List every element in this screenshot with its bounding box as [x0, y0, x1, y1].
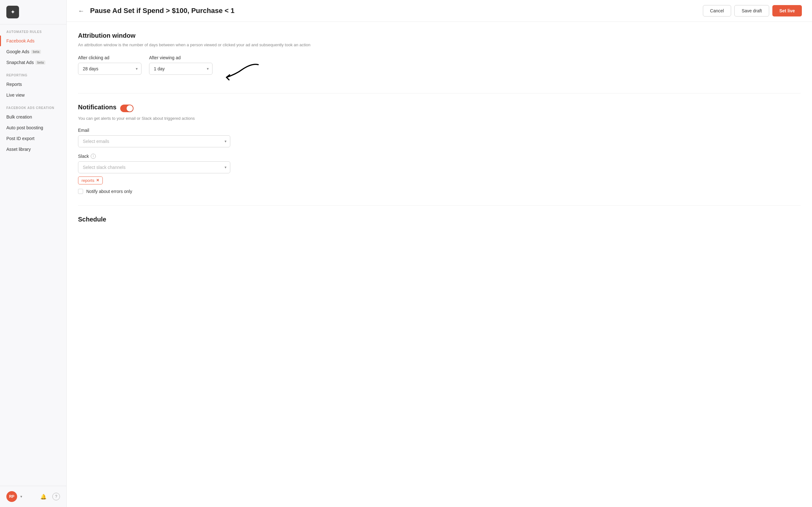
notify-errors-checkbox[interactable]: [78, 189, 83, 194]
sidebar-item-label: Auto post boosting: [6, 125, 43, 130]
schedule-section: Schedule: [78, 216, 801, 223]
sidebar-item-bulk-creation[interactable]: Bulk creation: [0, 112, 66, 122]
sidebar-item-facebook-ads[interactable]: Facebook Ads: [0, 36, 66, 46]
sidebar-item-label: Bulk creation: [6, 114, 32, 119]
bell-icon[interactable]: 🔔: [39, 493, 48, 501]
notifications-desc: You can get alerts to your email or Slac…: [78, 116, 801, 121]
sidebar-item-post-id-export[interactable]: Post ID export: [0, 133, 66, 144]
set-live-button[interactable]: Set live: [772, 5, 802, 16]
slack-tag-remove-icon[interactable]: ✕: [96, 178, 99, 182]
sidebar-item-label: Asset library: [6, 147, 31, 152]
sidebar-logo: ✦: [0, 0, 66, 24]
schedule-title: Schedule: [78, 216, 801, 223]
after-viewing-wrapper: 1 day 7 days 28 days ▾: [149, 63, 212, 75]
notify-errors-row: Notify about errors only: [78, 189, 801, 194]
sidebar-item-label: Live view: [6, 93, 25, 98]
sidebar-section-fb-creation: Facebook Ads Creation: [0, 101, 66, 112]
after-clicking-select[interactable]: 1 day 7 days 28 days: [78, 63, 142, 75]
sidebar-item-label: Post ID export: [6, 136, 35, 141]
arrow-annotation: [223, 61, 261, 82]
main-content: ← Pause Ad Set if Spend > $100, Purchase…: [67, 0, 812, 507]
slack-info-icon[interactable]: i: [91, 154, 96, 159]
divider-2: [78, 205, 801, 206]
avatar[interactable]: RP: [6, 491, 17, 502]
email-label: Email: [78, 128, 801, 133]
sidebar-item-label: Google Ads: [6, 49, 29, 54]
notify-errors-label[interactable]: Notify about errors only: [86, 189, 132, 194]
logo-icon: ✦: [6, 6, 19, 18]
slack-tag-list: reports ✕: [78, 176, 801, 184]
email-select-wrapper: Select emails ▾: [78, 135, 230, 147]
sidebar-item-auto-post-boosting[interactable]: Auto post boosting: [0, 122, 66, 133]
slack-channel-select[interactable]: Select slack channels: [78, 161, 230, 173]
after-viewing-field: After viewing ad 1 day 7 days 28 days ▾: [149, 55, 212, 75]
after-clicking-wrapper: 1 day 7 days 28 days ▾: [78, 63, 142, 75]
sidebar: ✦ Automated Rules Facebook Ads Google Ad…: [0, 0, 67, 507]
slack-field-group: Slack i Select slack channels ▾ reports …: [78, 154, 801, 194]
slack-tag-reports: reports ✕: [78, 176, 103, 184]
save-draft-button[interactable]: Save draft: [734, 5, 769, 16]
notifications-section: Notifications You can get alerts to your…: [78, 104, 801, 194]
slack-select-wrapper: Select slack channels ▾: [78, 161, 230, 173]
sidebar-section-reporting: Reporting: [0, 68, 66, 79]
avatar-dropdown-icon[interactable]: ▾: [20, 494, 22, 499]
arrow-drawing-icon: [223, 61, 261, 80]
slack-tag-label: reports: [82, 178, 94, 183]
content-area: Attribution window An attribution window…: [67, 22, 812, 245]
after-clicking-label: After clicking ad: [78, 55, 142, 60]
email-select[interactable]: Select emails: [78, 135, 230, 147]
divider-1: [78, 93, 801, 94]
after-viewing-select[interactable]: 1 day 7 days 28 days: [149, 63, 212, 75]
sidebar-item-label: Facebook Ads: [6, 38, 35, 43]
attribution-window-section: Attribution window An attribution window…: [78, 32, 801, 82]
sidebar-bottom-icons: 🔔 ?: [39, 493, 60, 501]
toggle-knob: [126, 105, 133, 112]
sidebar-item-asset-library[interactable]: Asset library: [0, 144, 66, 155]
sidebar-item-reports[interactable]: Reports: [0, 79, 66, 90]
sidebar-section-automated-rules: Automated Rules: [0, 24, 66, 36]
sidebar-item-label: Reports: [6, 82, 22, 87]
snapchat-ads-badge: beta: [36, 60, 45, 65]
sidebar-bottom: RP ▾ 🔔 ?: [0, 486, 66, 507]
sidebar-item-label: Snapchat Ads: [6, 60, 34, 65]
notifications-title: Notifications: [78, 104, 116, 111]
notifications-toggle[interactable]: [120, 105, 134, 112]
after-viewing-label: After viewing ad: [149, 55, 212, 60]
back-button[interactable]: ←: [77, 6, 86, 16]
slack-label: Slack i: [78, 154, 801, 159]
after-clicking-field: After clicking ad 1 day 7 days 28 days ▾: [78, 55, 142, 75]
attribution-window-desc: An attribution window is the number of d…: [78, 42, 801, 48]
email-field-group: Email Select emails ▾: [78, 128, 801, 147]
notifications-header: Notifications: [78, 104, 801, 113]
google-ads-badge: beta: [31, 50, 41, 54]
topbar-actions: Cancel Save draft Set live: [703, 5, 802, 16]
topbar: ← Pause Ad Set if Spend > $100, Purchase…: [67, 0, 812, 22]
sidebar-item-google-ads[interactable]: Google Ads beta: [0, 46, 66, 57]
help-icon[interactable]: ?: [52, 493, 60, 500]
sidebar-item-live-view[interactable]: Live view: [0, 90, 66, 101]
attribution-grid: After clicking ad 1 day 7 days 28 days ▾…: [78, 55, 801, 82]
page-title: Pause Ad Set if Spend > $100, Purchase <…: [90, 7, 703, 15]
sidebar-item-snapchat-ads[interactable]: Snapchat Ads beta: [0, 57, 66, 68]
cancel-button[interactable]: Cancel: [703, 5, 731, 16]
attribution-window-title: Attribution window: [78, 32, 801, 39]
